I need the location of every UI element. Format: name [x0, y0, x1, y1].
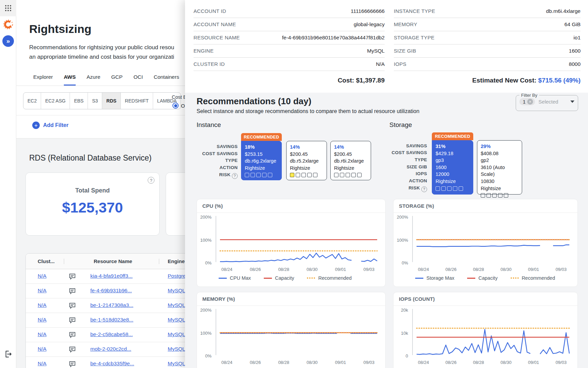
comment-icon[interactable]	[69, 346, 76, 353]
detail-label: ENGINE	[194, 48, 214, 54]
service-redshift[interactable]: REDSHIFT	[121, 93, 153, 109]
cluster-link[interactable]: N/A	[38, 346, 47, 352]
tab-oci[interactable]: OCI	[133, 74, 143, 86]
resource-name-link[interactable]: be-2-c58cabe58...	[90, 331, 133, 337]
risk-square	[498, 193, 502, 198]
resource-name-link[interactable]: fe-4-69b931b96...	[90, 288, 132, 294]
service-ec2-asg[interactable]: EC2 ASG	[41, 93, 70, 109]
column-header-resource-name[interactable]: Resource Name	[94, 258, 132, 264]
comment-icon[interactable]	[69, 302, 76, 309]
detail-label: ACCOUNT NAME	[194, 21, 236, 27]
detail-label: RESOURCE NAME	[194, 35, 240, 40]
risk-help-icon[interactable]: ?	[421, 186, 427, 192]
cloudzero-logo-icon[interactable]	[3, 19, 13, 30]
service-ec2[interactable]: EC2	[23, 93, 41, 109]
service-rds[interactable]: RDS	[102, 93, 121, 109]
logout-icon[interactable]	[4, 350, 13, 358]
comment-icon[interactable]	[69, 273, 76, 280]
service-ebs[interactable]: EBS	[70, 93, 88, 109]
legend-line-swatch	[467, 278, 475, 279]
service-s3[interactable]: S3	[88, 93, 102, 109]
risk-square	[251, 173, 255, 177]
storage-chart-card: STORAGE (%) 200%100%0% 08/2408/2608/2808…	[393, 199, 578, 287]
comment-icon[interactable]	[69, 331, 76, 338]
cluster-link[interactable]: N/A	[38, 317, 47, 323]
tab-aws[interactable]: AWS	[64, 74, 76, 86]
rds-section-heading: RDS (Relational Database Service)	[29, 153, 152, 163]
engine-link[interactable]: MySQL	[168, 288, 185, 294]
tab-gcp[interactable]: GCP	[111, 74, 123, 86]
estimated-new-cost: Estimated New Cost: $715.56 (49%)	[394, 77, 581, 84]
add-filter-button[interactable]: + Add Filter	[32, 122, 69, 129]
comment-icon[interactable]	[69, 287, 76, 295]
comment-icon[interactable]	[69, 316, 76, 324]
column-header-cluster[interactable]: Clust...	[38, 258, 55, 264]
cluster-link[interactable]: N/A	[38, 273, 47, 279]
detail-value: 64 GiB	[565, 21, 581, 27]
memory-chart-title: MEMORY (%)	[197, 292, 385, 306]
storage-chart-title: STORAGE (%)	[393, 199, 577, 213]
x-axis-labels: 08/2408/2608/2808/3009/0109/03	[412, 265, 573, 272]
label-risk: RISK?	[374, 185, 427, 192]
tab-azure[interactable]: Azure	[87, 74, 100, 86]
estimated-new-cost-value[interactable]: $715.56 (49%)	[538, 77, 581, 84]
card-action: Rightsize	[436, 178, 470, 185]
help-icon[interactable]: ?	[148, 177, 154, 184]
memory-chart-card: MEMORY (%) 200%100%0% 08/2408/2608/2808/…	[197, 292, 386, 368]
tab-containers[interactable]: Containers	[154, 74, 179, 86]
resource-name-link[interactable]: be-1-518d023e8...	[90, 317, 133, 323]
filter-count: 1	[523, 99, 526, 105]
tab-explorer[interactable]: Explorer	[33, 74, 53, 86]
card-action: Rightsize	[481, 185, 518, 192]
column-header-engine[interactable]: Engine	[168, 258, 185, 264]
total-spend-card: ? Total Spend $125,370	[25, 172, 160, 236]
cluster-link[interactable]: N/A	[38, 288, 47, 294]
radio-selected-icon[interactable]	[172, 103, 179, 109]
legend-line-swatch	[415, 278, 423, 279]
filter-by-dropdown[interactable]: Filter By 1 × Selected	[516, 93, 578, 111]
engine-link[interactable]: MySQL	[168, 317, 185, 323]
risk-square	[340, 173, 344, 177]
detail-row: ENGINE MySQL	[194, 44, 385, 58]
card-savings: 18%	[245, 144, 278, 151]
detail-label: STORAGE TYPE	[394, 35, 435, 40]
instance-recommendation-card[interactable]: 18% $253.15 db.r6g.2xlarge Rightsize	[241, 141, 282, 180]
resource-name-link[interactable]: kia-4-bfa91e0ff3...	[90, 273, 133, 279]
label-size-gib: SIZE GIB	[374, 164, 427, 170]
x-axis-labels: 08/2408/2608/2808/3009/0109/03	[215, 265, 381, 272]
card-size-gib: 3610 (Auto Scale)	[481, 164, 518, 178]
instance-recommendation-card[interactable]: 14% $200.45 db.r6i.2xlarge Rightsize	[330, 141, 371, 180]
detail-row: ACCOUNT NAME global-legacy	[194, 18, 385, 31]
cluster-link[interactable]: N/A	[38, 361, 47, 367]
card-savings: 29%	[481, 143, 518, 150]
card-action: Rightsize	[290, 165, 323, 172]
cluster-link[interactable]: N/A	[38, 302, 47, 308]
chevron-down-icon[interactable]	[570, 100, 574, 103]
legend-dotted-swatch	[307, 277, 315, 279]
cluster-link[interactable]: N/A	[38, 331, 47, 337]
expand-sidebar-button[interactable]: »	[2, 35, 14, 47]
label-risk: RISK?	[185, 171, 238, 179]
storage-recommendation-card[interactable]: 29% $408.08 gp2 3610 (Auto Scale) 10830 …	[477, 140, 522, 195]
instance-heading: Instance	[197, 121, 221, 129]
legend-dotted-swatch	[511, 277, 519, 279]
engine-link[interactable]: MySQL	[168, 331, 185, 337]
storage-heading: Storage	[389, 121, 412, 129]
comment-icon[interactable]	[69, 360, 76, 368]
service-button-group: EC2 EC2 ASG EBS S3 RDS REDSHIFT LAMBDA	[23, 92, 181, 109]
resource-name-link[interactable]: be-1-2147308a3...	[90, 302, 133, 308]
app-grid-icon[interactable]	[0, 0, 16, 16]
risk-help-icon[interactable]: ?	[232, 173, 238, 179]
engine-link[interactable]: MySQL	[168, 302, 185, 308]
storage-recommendation-card[interactable]: 31% $429.18 gp3 1600 12000 Rightsize	[432, 140, 473, 195]
risk-square	[351, 173, 356, 177]
resource-name-link[interactable]: mob-2-020c2cd...	[90, 346, 131, 352]
engine-link[interactable]: MySQL	[168, 361, 185, 367]
instance-recommendation-card[interactable]: 14% $200.45 db.r5.2xlarge Rightsize	[286, 141, 327, 180]
label-iops: IOPS	[374, 170, 427, 177]
detail-value: 8000	[569, 61, 581, 67]
detail-label: CLUSTER ID	[194, 61, 225, 67]
resource-name-link[interactable]: be-4-cdcb335f9e...	[90, 361, 134, 367]
engine-link[interactable]: MySQL	[168, 346, 185, 352]
remove-filter-icon[interactable]: ×	[527, 99, 533, 105]
